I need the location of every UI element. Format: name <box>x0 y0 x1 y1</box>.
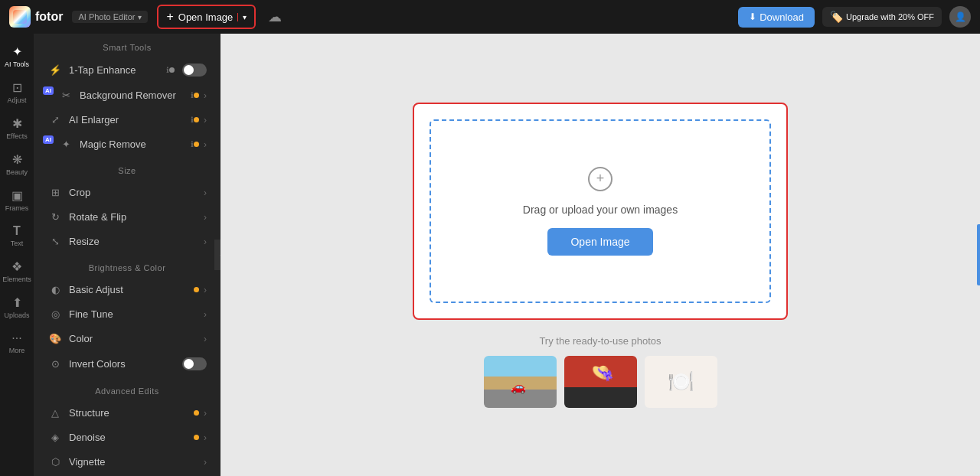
invert-toggle[interactable] <box>182 357 207 370</box>
sidebar-collapse-handle[interactable]: ‹ <box>214 240 220 270</box>
1tap-label: 1-Tap Enhance <box>69 64 164 76</box>
beauty-icon: ❋ <box>12 152 22 167</box>
structure-icon: △ <box>47 407 63 419</box>
upgrade-button[interactable]: 🏷️ Upgrade with 20% OFF <box>822 7 942 27</box>
upgrade-icon: 🏷️ <box>830 11 843 23</box>
main-layout: ✦ AI Tools ⊡ Adjust ✱ Effects ❋ Beauty ▣… <box>0 34 980 476</box>
sidebar-item-fine-tune[interactable]: ◎ Fine Tune › <box>38 302 216 326</box>
rotate-icon: ↻ <box>47 211 63 223</box>
upload-plus-icon: + <box>588 167 612 191</box>
sidebar-item-crop[interactable]: ⊞ Crop › <box>38 181 216 204</box>
denoise-label: Denoise <box>69 432 194 443</box>
fine-tune-label: Fine Tune <box>69 308 204 320</box>
sample-photo-3[interactable] <box>645 356 717 408</box>
elements-icon: ❖ <box>11 259 22 274</box>
sidebar-item-background-remover[interactable]: AI ✂ Background Remover ℹ › <box>38 83 216 107</box>
adjust-label: Adjust <box>7 96 26 104</box>
basic-adjust-icon: ◐ <box>47 284 63 295</box>
denoise-arrow: › <box>204 432 207 443</box>
basic-adjust-label: Basic Adjust <box>69 284 194 295</box>
resize-label: Resize <box>69 236 204 247</box>
ai-enlarger-arrow: › <box>204 115 207 126</box>
crop-icon: ⊞ <box>47 187 63 198</box>
sidebar-item-ai-tools[interactable]: ✦ AI Tools <box>2 40 32 73</box>
more-label: More <box>9 347 25 354</box>
ai-tag-magic: AI <box>43 135 54 144</box>
advanced-edits-title: Advanced Edits <box>34 377 220 400</box>
magic-remove-label: Magic Remove <box>80 139 188 150</box>
sidebar-item-invert-colors[interactable]: ⊙ Invert Colors <box>38 351 216 377</box>
ai-enlarger-icon: ⤢ <box>47 114 63 126</box>
uploads-label: Uploads <box>4 311 29 319</box>
1tap-toggle-wrap <box>169 64 207 77</box>
sidebar-item-1tap-enhance[interactable]: ⚡ 1-Tap Enhance ℹ <box>38 57 216 83</box>
user-avatar[interactable]: 👤 <box>949 6 971 28</box>
sidebar-item-resize[interactable]: ⤡ Resize › <box>38 230 216 253</box>
sidebar-item-color[interactable]: 🎨 Color › <box>38 327 216 350</box>
sidebar-item-frames[interactable]: ▣ Frames <box>2 184 32 217</box>
rotate-label: Rotate & Flip <box>69 211 204 223</box>
sidebar-item-elements[interactable]: ❖ Elements <box>2 255 32 288</box>
bg-remover-arrow: › <box>204 90 207 101</box>
structure-label: Structure <box>69 407 194 419</box>
sidebar-item-denoise[interactable]: ◈ Denoise › <box>38 425 216 449</box>
icon-nav: ✦ AI Tools ⊡ Adjust ✱ Effects ❋ Beauty ▣… <box>0 34 34 476</box>
basic-adjust-dot <box>194 287 199 292</box>
download-icon: ⬇ <box>749 11 756 22</box>
invert-icon: ⊙ <box>47 358 63 370</box>
open-image-chevron: ▾ <box>237 13 247 21</box>
thumbnail-row <box>484 356 717 408</box>
fotor-logo-icon <box>9 6 31 28</box>
ready-title: Try the ready-to-use photos <box>484 335 717 347</box>
svg-rect-0 <box>13 10 27 24</box>
bg-remover-dot <box>194 93 199 98</box>
upload-inner[interactable]: + Drag or upload your own images Open Im… <box>430 119 771 303</box>
upgrade-label: Upgrade with 20% OFF <box>846 12 934 21</box>
uploads-icon: ⬆ <box>12 295 22 310</box>
sample-photo-2[interactable] <box>564 356 637 408</box>
sidebar-item-beauty[interactable]: ❋ Beauty <box>2 148 32 181</box>
ai-photo-editor-label: AI Photo Editor <box>78 12 135 21</box>
open-image-cta-button[interactable]: Open Image <box>547 228 652 256</box>
sidebar-item-effects[interactable]: ✱ Effects <box>2 112 32 145</box>
sidebar-item-rotate-flip[interactable]: ↻ Rotate & Flip › <box>38 205 216 229</box>
denoise-icon: ◈ <box>47 432 63 443</box>
color-icon: 🎨 <box>47 333 63 344</box>
sidebar-item-adjust[interactable]: ⊡ Adjust <box>2 76 32 109</box>
bg-remover-icon: ✂ <box>58 90 74 101</box>
smart-tools-title: Smart Tools <box>34 34 220 57</box>
text-icon: T <box>13 224 21 238</box>
sample-photo-1[interactable] <box>484 356 557 408</box>
sidebar-item-ai-enlarger[interactable]: ⤢ AI Enlarger ℹ › <box>38 108 216 132</box>
cloud-icon[interactable]: ☁ <box>268 8 282 25</box>
canvas-area: + Drag or upload your own images Open Im… <box>220 34 980 476</box>
ai-tools-icon: ✦ <box>12 44 22 59</box>
download-label: Download <box>760 11 804 23</box>
denoise-dot <box>194 435 199 440</box>
sidebar-item-vignette[interactable]: ⬡ Vignette › <box>38 450 216 474</box>
structure-arrow: › <box>204 408 207 419</box>
crop-label: Crop <box>69 187 204 198</box>
sidebar-item-magic-remove[interactable]: AI ✦ Magic Remove ℹ › <box>38 132 216 156</box>
sidebar-item-structure[interactable]: △ Structure › <box>38 401 216 425</box>
sidebar-item-text[interactable]: T Text <box>2 220 32 252</box>
open-image-button[interactable]: + Open Image ▾ <box>157 5 256 29</box>
sidebar-item-more[interactable]: ··· More <box>2 327 32 359</box>
fine-tune-arrow: › <box>204 309 207 320</box>
upload-text: Drag or upload your own images <box>523 204 678 216</box>
elements-label: Elements <box>2 275 31 283</box>
sidebar-item-uploads[interactable]: ⬆ Uploads <box>2 291 32 324</box>
ai-photo-editor-badge[interactable]: AI Photo Editor ▾ <box>72 11 148 23</box>
open-image-cta-label: Open Image <box>570 236 629 248</box>
download-button[interactable]: ⬇ Download <box>738 7 815 28</box>
logo: fotor <box>9 6 63 28</box>
ai-tools-label: AI Tools <box>5 60 29 68</box>
invert-toggle-wrap <box>182 357 207 370</box>
color-label: Color <box>69 333 204 344</box>
magic-remove-dot <box>194 142 199 147</box>
size-title: Size <box>34 157 220 180</box>
1tap-toggle[interactable] <box>182 64 207 77</box>
logo-text: fotor <box>35 10 63 24</box>
structure-dot <box>194 410 199 416</box>
sidebar-item-basic-adjust[interactable]: ◐ Basic Adjust › <box>38 278 216 302</box>
